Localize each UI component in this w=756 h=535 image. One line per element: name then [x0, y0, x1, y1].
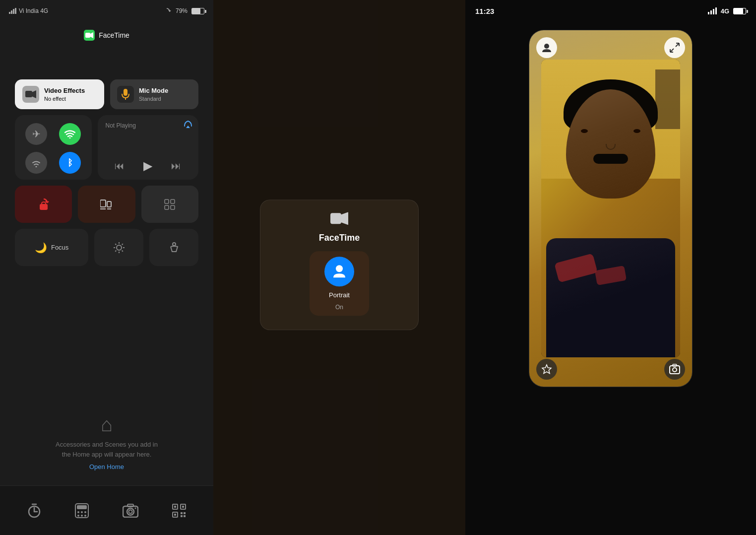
star-icon: [541, 364, 552, 375]
wifi-button[interactable]: [59, 123, 81, 145]
svg-point-32: [173, 243, 176, 246]
svg-rect-14: [42, 202, 46, 205]
now-playing-label: Not Playing: [106, 122, 191, 129]
svg-line-73: [670, 49, 674, 52]
fullscreen-button[interactable]: [664, 37, 685, 58]
portrait-icon: [324, 257, 354, 286]
facetime-app-icon: [84, 30, 95, 41]
video-effects-subtitle: No effect: [44, 96, 85, 102]
svg-rect-56: [181, 512, 183, 514]
svg-point-44: [84, 515, 86, 517]
mic-mode-tile[interactable]: Mic Mode Standard: [110, 79, 198, 109]
connectivity-tile: ✈ ᛒ: [15, 115, 92, 180]
svg-rect-64: [710, 10, 712, 14]
contact-icon: [541, 42, 552, 53]
svg-rect-4: [85, 33, 90, 38]
star-button[interactable]: [536, 359, 557, 380]
svg-rect-51: [174, 506, 176, 508]
svg-line-31: [115, 250, 116, 251]
home-section: ⌂ Accessories and Scenes you add inthe H…: [0, 413, 213, 470]
calculator-icon: [75, 503, 89, 518]
svg-rect-75: [670, 366, 680, 374]
svg-rect-6: [25, 91, 32, 97]
person-icon: [168, 242, 180, 254]
svg-line-30: [122, 244, 123, 245]
camera-flip-button[interactable]: [664, 359, 685, 380]
svg-line-70: [676, 43, 679, 47]
video-effects-title: Video Effects: [44, 87, 85, 95]
network-type-right: 4G: [721, 7, 729, 15]
time-display: 11:23: [475, 7, 494, 15]
mic-mode-text: Mic Mode Standard: [139, 87, 168, 102]
svg-point-49: [134, 507, 136, 509]
status-bar-right: 11:23 4G: [465, 0, 756, 22]
svg-marker-74: [542, 365, 551, 374]
top-controls-row: Video Effects No effect Mic Mode Standar…: [15, 79, 198, 109]
svg-point-76: [673, 368, 677, 372]
timer-dock-item[interactable]: [27, 503, 42, 518]
home-icon: ⌂: [101, 413, 113, 436]
svg-point-40: [81, 511, 83, 513]
screen-mirror-tile[interactable]: [78, 186, 135, 223]
camera-icon-small: [85, 32, 93, 38]
svg-rect-16: [107, 201, 111, 207]
svg-marker-61: [341, 212, 348, 225]
svg-marker-12: [186, 126, 190, 128]
svg-point-67: [544, 44, 549, 49]
rotation-icon: [162, 7, 172, 14]
battery-icon-right: [733, 8, 746, 14]
play-button[interactable]: ▶: [143, 159, 152, 173]
svg-rect-53: [182, 506, 184, 508]
shrink-icon: [670, 43, 680, 53]
calculator-dock-item[interactable]: [75, 503, 89, 518]
accessibility-tile[interactable]: [149, 229, 198, 266]
qr-icon: [172, 503, 187, 518]
svg-rect-20: [171, 200, 175, 203]
controls-area: Video Effects No effect Mic Mode Standar…: [15, 79, 198, 266]
third-controls-row: [15, 186, 198, 223]
wifi-icon: [64, 130, 75, 138]
wifi-off-button[interactable]: [25, 152, 47, 174]
mic-mode-subtitle: Standard: [139, 96, 168, 102]
focus-tile[interactable]: 🌙 Focus: [15, 229, 88, 266]
svg-point-23: [117, 245, 122, 250]
extra-tile-1[interactable]: [141, 186, 198, 223]
second-controls-row: ✈ ᛒ: [15, 115, 198, 180]
facetime-title: FaceTime: [99, 31, 129, 39]
portrait-state: On: [335, 304, 343, 311]
popup-facetime-title: FaceTime: [319, 233, 360, 243]
open-home-link[interactable]: Open Home: [89, 463, 124, 470]
bluetooth-icon: ᛒ: [67, 158, 73, 168]
screen-lock-tile[interactable]: [15, 186, 72, 223]
svg-point-39: [77, 511, 79, 513]
lock-rotation-icon: [38, 198, 49, 211]
bluetooth-button[interactable]: ᛒ: [59, 152, 81, 174]
svg-rect-48: [127, 504, 133, 507]
svg-rect-55: [174, 514, 176, 516]
focus-label: Focus: [51, 244, 68, 251]
fastforward-button[interactable]: ⏭: [171, 160, 181, 172]
facetime-effects-popup: FaceTime Portrait On: [260, 200, 419, 330]
facetime-call-panel: 11:23 4G: [465, 0, 756, 535]
svg-rect-65: [713, 9, 714, 14]
brightness-tile[interactable]: [94, 229, 143, 266]
battery-percent: 79%: [176, 7, 188, 14]
airplay-icon[interactable]: [184, 120, 192, 129]
svg-rect-21: [165, 205, 169, 209]
svg-rect-58: [181, 515, 183, 517]
facetime-header: FaceTime: [0, 30, 213, 41]
moon-icon: 🌙: [35, 242, 47, 254]
mustache: [593, 154, 628, 164]
svg-rect-22: [171, 205, 175, 209]
portrait-label: Portrait: [329, 291, 350, 299]
portrait-mode-button[interactable]: Portrait On: [310, 251, 369, 316]
video-effects-tile[interactable]: Video Effects No effect: [15, 79, 104, 109]
camera-dock-item[interactable]: [123, 504, 138, 518]
home-text: Accessories and Scenes you add inthe Hom…: [56, 440, 158, 459]
rewind-button[interactable]: ⏮: [115, 160, 125, 172]
contact-button[interactable]: [536, 37, 557, 58]
airplane-mode-button[interactable]: ✈: [25, 123, 47, 145]
brightness-icon: [114, 242, 125, 253]
status-bar-left: Vi India 4G 79%: [0, 0, 213, 22]
qr-dock-item[interactable]: [172, 503, 187, 518]
